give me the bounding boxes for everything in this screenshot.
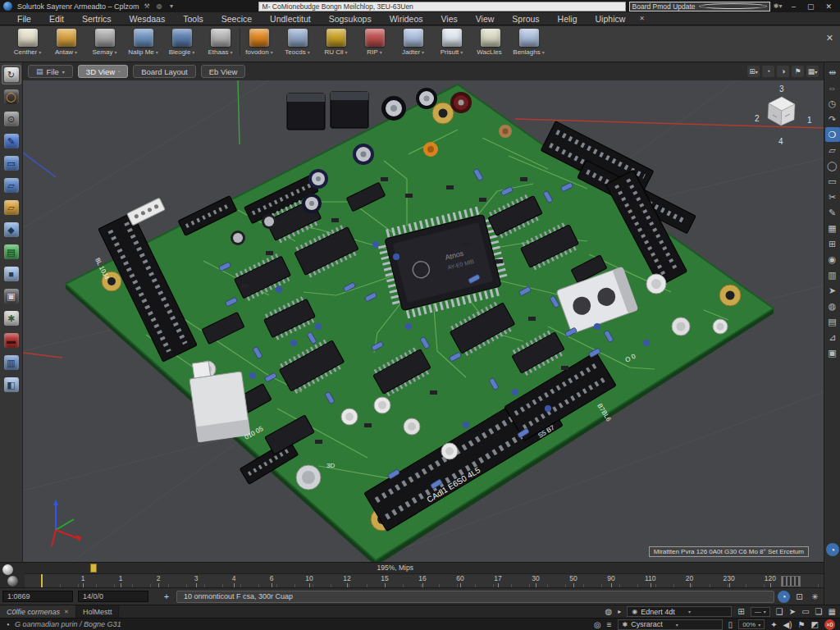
toolbar-item[interactable]: Prisutt ▾ [432,28,471,56]
left-tool[interactable]: ▣ [2,286,21,306]
preset-dropdown[interactable]: ◉ Ednert 4dt ▾ [627,606,732,617]
menu-item[interactable]: Helig [549,12,587,25]
distribute-icon[interactable]: ⇔ [825,80,840,95]
menu-item[interactable]: Vies [431,12,466,25]
expand-arrow-icon[interactable]: ▸ [618,608,621,615]
maximize-button[interactable]: ▢ [807,1,815,12]
menu-item[interactable]: Uiphicw [587,12,635,25]
toolbar-item[interactable]: RIP ▾ [355,28,394,56]
left-tool[interactable]: ◧ [2,375,21,395]
cursor-icon[interactable]: ➤ [825,283,840,298]
comment-field[interactable]: 10 onmonticout F csa, 300r Cuap [176,591,774,603]
toolbar-item[interactable]: Centher ▾ [8,28,47,56]
panel-grid-icon[interactable]: ▣ [825,345,840,360]
comment-bubble-icon[interactable]: ❑ [776,607,783,616]
search-icon[interactable] [699,3,767,9]
left-tool[interactable]: ✱ [2,308,21,328]
layers-icon[interactable]: ▱ [825,143,840,158]
view-cube-gizmo[interactable]: 3 2 1 4 [755,84,812,146]
tab-console[interactable]: C0lfie cormenas ✕ [0,605,76,619]
globe-icon[interactable]: ◍ [825,299,840,313]
left-tool[interactable]: ✎ [2,131,21,151]
add-keyframe-button[interactable]: + [160,591,173,602]
menu-item[interactable]: Sertrics [73,12,121,25]
toolbar-item[interactable]: Benlaghs ▾ [509,28,548,56]
left-tool[interactable]: ↻ [2,65,21,84]
flag-icon[interactable]: ⚑ [792,66,804,77]
tab-close-icon[interactable]: ✕ [64,609,69,615]
material-sphere-dark-icon[interactable] [7,576,18,587]
rect-select-icon[interactable]: ▭ [801,607,809,616]
toolbar-item[interactable]: Nalip Me ▾ [124,28,162,56]
menu-item[interactable]: Wirideos [381,12,432,25]
left-tool[interactable]: ▭ [2,153,21,173]
menu-item[interactable]: Undlectitut [261,12,320,25]
material-sphere-icons[interactable] [2,564,22,587]
menu-item[interactable]: Sogsukops [320,12,381,25]
menu-item[interactable]: Sprous [503,12,548,25]
panel-toggle-icon[interactable]: ⊡ [793,591,806,603]
svg-text:2[interactable]: 2 [755,114,760,123]
left-tool[interactable]: ▬ [2,331,21,350]
left-tool[interactable]: ◯ [2,87,21,107]
render-profile-dropdown[interactable]: ✱ Cysraract ▾ [618,619,723,630]
timeline-header-track[interactable]: 195%, Mips [25,563,824,573]
tools-dropdown-icon[interactable]: ✱▾ [774,2,783,11]
globe-small-icon[interactable]: ◍ [605,607,613,616]
speaker-icon[interactable]: ◀) [783,620,792,629]
svg-text:4[interactable]: 4 [778,137,783,146]
effects-star-icon[interactable]: ✳ [809,591,821,603]
copy-grid-icon[interactable]: ⊞ [737,607,744,616]
chat-bubble-icon[interactable]: ◔ [762,66,774,77]
viewport-3d[interactable]: Atnos AY-E0 MlB [23,80,824,562]
column-chart-icon[interactable]: ▥ [825,267,840,282]
image-slot-icon[interactable]: ▦ [829,607,836,616]
flag-small-icon[interactable]: ⚑ [798,620,806,629]
tab-board-layout[interactable]: Board Layout [133,65,196,78]
left-tool[interactable]: ▱ [2,176,21,195]
material-sphere-white-icon[interactable] [2,564,13,575]
table-view-dropdown-icon[interactable]: ▦▾ [806,66,819,77]
tab-file[interactable]: ▤ File ▾ [28,65,73,78]
book-icon[interactable]: ▤ [825,314,840,329]
toolbar-item[interactable]: fovodon ▾ [240,28,278,56]
toolbar-item[interactable]: RU Cll ▾ [317,28,355,56]
minimize-button[interactable]: – [792,1,796,12]
history-clock-icon[interactable]: ◷ [825,96,840,111]
left-tool[interactable]: ⊙ [2,109,21,129]
search-input[interactable]: Board Pmod Update [629,2,770,11]
left-tool[interactable]: ◆ [2,220,21,240]
stats-icon[interactable]: ⊿ [825,330,840,345]
menu-item[interactable]: File [8,12,40,25]
svg-text:1[interactable]: 1 [807,116,812,125]
menu-item[interactable]: View [467,12,504,25]
left-tool[interactable]: ▱ [2,198,21,217]
knife-icon[interactable]: ✂ [825,189,840,204]
toolbar-item[interactable]: Jadter ▾ [394,28,432,56]
display-mode-dropdown-icon[interactable]: ⊞▾ [747,66,760,77]
menu-item[interactable]: Wesdaas [121,12,175,25]
menu-item[interactable]: Tools [174,12,212,25]
pcb-board[interactable]: Atnos AY-E0 MlB [66,84,774,562]
toolbar-item[interactable]: Teocds ▾ [278,28,317,56]
titlebar-caret-icon[interactable]: ▾ [167,2,176,11]
device-icon[interactable]: ◩ [811,620,819,629]
wrench-icon[interactable]: ⚒ [143,2,152,11]
menu-item[interactable]: Seecice [212,12,261,25]
globe-icon[interactable]: ◍ [155,2,164,11]
left-tool[interactable]: ▥ [2,353,21,372]
sync-status-icon[interactable]: ◔ [778,591,790,603]
pen-icon[interactable]: ✎ [825,205,840,220]
clipboard-icon[interactable]: ◑ [777,66,789,77]
folder-icon[interactable]: ▭ [825,174,840,189]
timeline-ruler[interactable]: 11234610121516601730509011020230120 [25,573,824,588]
sphere-badge-icon[interactable]: ◔ [826,543,839,556]
tab-holmestt[interactable]: HolMestt [76,605,120,619]
left-tool[interactable]: ■ [2,264,21,284]
grab-hand-icon[interactable]: ✦ [770,620,777,629]
frame-range-field[interactable]: 14/0/0 [78,591,148,602]
zoom-dropdown[interactable]: 00% ▾ [738,619,765,629]
toolbar-item[interactable]: Bleogle ▾ [162,28,201,56]
swirl-brush-icon[interactable]: ◉ [825,252,840,267]
menu-item[interactable]: Edit [40,12,73,25]
